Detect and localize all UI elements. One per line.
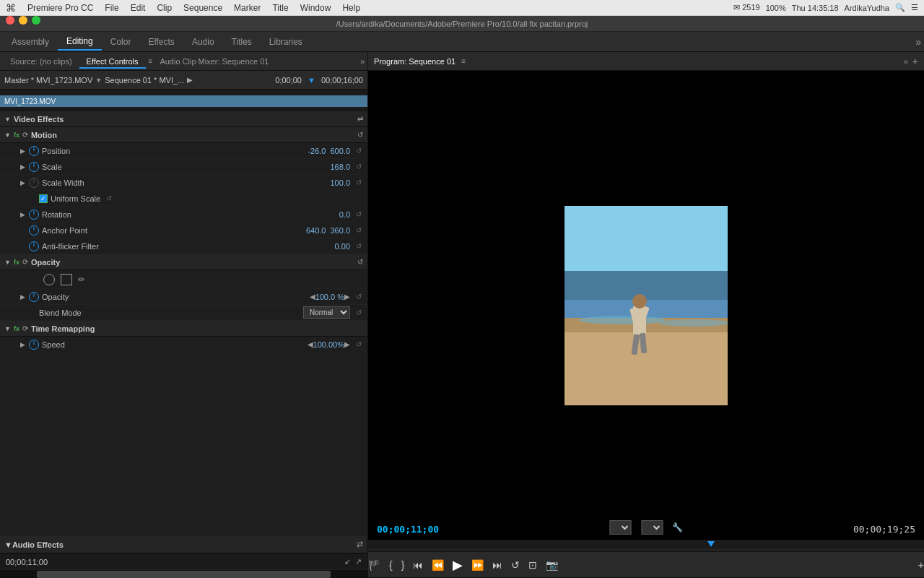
program-menu-icon[interactable]: ≡ bbox=[461, 57, 466, 65]
menu-file[interactable]: File bbox=[105, 3, 118, 13]
pen-tool[interactable]: ✏ bbox=[78, 275, 85, 285]
step-forward-button[interactable]: ⏩ bbox=[471, 559, 484, 571]
goto-out-button[interactable]: } bbox=[401, 559, 405, 571]
speed-stopwatch[interactable] bbox=[29, 340, 39, 350]
rotation-reset-icon[interactable]: ↺ bbox=[356, 210, 362, 218]
menu-title[interactable]: Title bbox=[272, 3, 288, 13]
video-effects-scroll-icon[interactable]: ⇄ bbox=[357, 115, 363, 123]
opacity-decrease-icon[interactable]: ◀ bbox=[310, 293, 315, 301]
close-button[interactable] bbox=[6, 16, 14, 25]
ec-play-button[interactable]: ▶ bbox=[187, 76, 193, 84]
tab-audio[interactable]: Audio bbox=[183, 34, 223, 50]
scale-width-reset-icon[interactable]: ↺ bbox=[356, 178, 362, 186]
insert-button[interactable]: ↙ bbox=[344, 557, 351, 566]
ec-scrollbar[interactable] bbox=[0, 569, 367, 578]
position-stopwatch[interactable] bbox=[29, 146, 39, 156]
ec-clip-block[interactable]: MVI_1723.MOV bbox=[0, 95, 367, 107]
ec-scrollbar-thumb[interactable] bbox=[37, 571, 331, 578]
sequence-label[interactable]: Sequence 01 * MVI_... bbox=[105, 76, 184, 85]
tab-assembly[interactable]: Assembly bbox=[3, 34, 58, 50]
speed-value[interactable]: 100.00% bbox=[313, 340, 344, 349]
scale-stopwatch[interactable] bbox=[29, 162, 39, 172]
program-expand-icon[interactable]: » bbox=[904, 57, 908, 66]
position-expand-icon[interactable]: ▶ bbox=[20, 147, 29, 155]
safe-margins-button[interactable]: ⊡ bbox=[528, 559, 537, 571]
list-icon[interactable]: ☰ bbox=[911, 3, 918, 12]
play-button[interactable]: ▶ bbox=[453, 557, 463, 573]
quality-select[interactable]: Full bbox=[642, 520, 663, 535]
opacity-value[interactable]: 100.0 % bbox=[315, 293, 344, 301]
time-remapping-header[interactable]: ▼ fx ⟳ Time Remapping bbox=[0, 321, 367, 337]
anti-flicker-value[interactable]: 0.00 bbox=[335, 242, 350, 251]
uniform-scale-checkbox[interactable]: ✓ bbox=[39, 194, 48, 203]
menu-marker[interactable]: Marker bbox=[234, 3, 261, 13]
rectangle-mask-tool[interactable] bbox=[61, 274, 72, 285]
position-y-value[interactable]: 600.0 bbox=[330, 147, 350, 155]
tab-source[interactable]: Source: (no clips) bbox=[3, 54, 79, 69]
tab-color[interactable]: Color bbox=[102, 34, 140, 50]
anti-flicker-stopwatch[interactable] bbox=[29, 241, 39, 251]
overwrite-button[interactable]: ↗ bbox=[355, 557, 362, 566]
opacity-reset-icon[interactable]: ↺ bbox=[357, 258, 363, 266]
settings-icon[interactable]: 🔧 bbox=[672, 522, 683, 532]
motion-stopwatch[interactable]: ⟳ bbox=[22, 131, 28, 139]
anchor-stopwatch[interactable] bbox=[29, 225, 39, 236]
program-ruler[interactable] bbox=[368, 540, 924, 552]
speed-expand-icon[interactable]: ▶ bbox=[20, 341, 29, 348]
scale-expand-icon[interactable]: ▶ bbox=[20, 163, 29, 171]
blend-mode-select[interactable]: Normal Multiply Screen Overlay bbox=[303, 306, 350, 319]
fit-select[interactable]: Fit bbox=[610, 520, 632, 535]
master-label[interactable]: Master * MVI_1723.MOV bbox=[4, 76, 92, 85]
audio-effects-collapse-icon[interactable]: ▼ bbox=[4, 540, 12, 549]
rotation-value[interactable]: 0.0 bbox=[339, 210, 350, 219]
uniform-scale-reset-icon[interactable]: ↺ bbox=[106, 194, 112, 202]
program-add-icon[interactable]: + bbox=[912, 56, 918, 67]
menu-premiere[interactable]: Premiere Pro CC bbox=[27, 3, 93, 13]
menu-window[interactable]: Window bbox=[300, 3, 331, 13]
tab-audio-clip-mixer[interactable]: Audio Clip Mixer: Sequence 01 bbox=[152, 54, 276, 69]
opacity-expand-icon[interactable]: ▶ bbox=[20, 293, 29, 301]
opacity-prop-stopwatch[interactable] bbox=[29, 292, 39, 302]
tab-libraries[interactable]: Libraries bbox=[261, 34, 311, 50]
add-to-timeline-button[interactable]: + bbox=[918, 559, 924, 571]
rotation-expand-icon[interactable]: ▶ bbox=[20, 211, 29, 218]
opacity-section-header[interactable]: ▼ fx ⟳ Opacity ↺ bbox=[0, 254, 367, 270]
goto-in-button[interactable]: { bbox=[389, 559, 393, 571]
goto-prev-edit-button[interactable]: ⏮ bbox=[413, 559, 423, 571]
tab-effect-controls[interactable]: Effect Controls bbox=[79, 54, 146, 69]
speed-decrease-icon[interactable]: ◀ bbox=[308, 340, 313, 348]
minimize-button[interactable] bbox=[19, 16, 27, 25]
scale-width-value[interactable]: 100.0 bbox=[330, 178, 350, 187]
anchor-x-value[interactable]: 640.0 bbox=[306, 226, 326, 235]
scale-width-stopwatch[interactable] bbox=[29, 178, 39, 188]
position-reset-icon[interactable]: ↺ bbox=[356, 147, 362, 155]
tab-titles[interactable]: Titles bbox=[223, 34, 261, 50]
speed-increase-icon[interactable]: ▶ bbox=[344, 340, 350, 348]
audio-effects-scroll-icon[interactable]: ⇄ bbox=[357, 540, 363, 549]
speed-reset-icon[interactable]: ↺ bbox=[356, 340, 362, 348]
add-marker-button[interactable]: 🏴 bbox=[368, 559, 380, 571]
menu-sequence[interactable]: Sequence bbox=[183, 3, 222, 13]
menu-edit[interactable]: Edit bbox=[131, 3, 146, 13]
blend-mode-reset-icon[interactable]: ↺ bbox=[356, 309, 362, 316]
goto-next-edit-button[interactable]: ⏭ bbox=[492, 559, 502, 571]
opacity-stopwatch[interactable]: ⟳ bbox=[22, 258, 28, 266]
tab-effects[interactable]: Effects bbox=[139, 34, 183, 50]
export-frame-button[interactable]: 📷 bbox=[546, 559, 558, 571]
apple-menu[interactable]: ⌘ bbox=[6, 2, 16, 14]
ellipse-mask-tool[interactable] bbox=[43, 274, 55, 285]
more-workspaces-icon[interactable]: » bbox=[915, 36, 921, 48]
step-back-button[interactable]: ⏪ bbox=[432, 559, 444, 571]
menu-clip[interactable]: Clip bbox=[157, 3, 172, 13]
scale-width-expand-icon[interactable]: ▶ bbox=[20, 179, 29, 186]
scale-reset-icon[interactable]: ↺ bbox=[356, 163, 362, 171]
opacity-prop-reset-icon[interactable]: ↺ bbox=[356, 293, 362, 301]
video-effects-header[interactable]: ▼ Video Effects ⇄ bbox=[0, 111, 367, 127]
motion-reset-icon[interactable]: ↺ bbox=[357, 131, 363, 139]
opacity-increase-icon[interactable]: ▶ bbox=[344, 293, 350, 301]
loop-button[interactable]: ↺ bbox=[511, 559, 520, 571]
tab-editing[interactable]: Editing bbox=[58, 33, 102, 51]
scale-value[interactable]: 168.0 bbox=[330, 163, 350, 171]
time-remap-stopwatch[interactable]: ⟳ bbox=[22, 324, 28, 332]
anchor-y-value[interactable]: 360.0 bbox=[330, 226, 350, 235]
